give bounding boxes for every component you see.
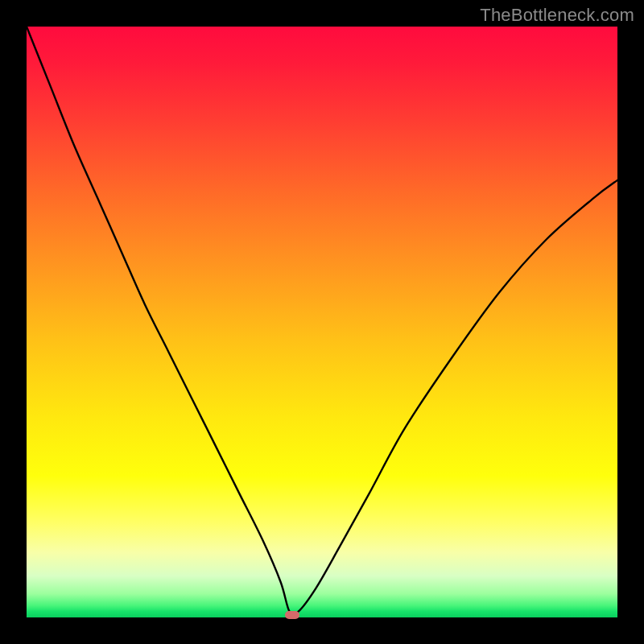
watermark-text: TheBottleneck.com (480, 5, 634, 26)
bottleneck-curve (27, 27, 617, 617)
optimal-point-marker (285, 611, 299, 619)
chart-frame: TheBottleneck.com (0, 0, 644, 644)
plot-area (27, 27, 617, 617)
